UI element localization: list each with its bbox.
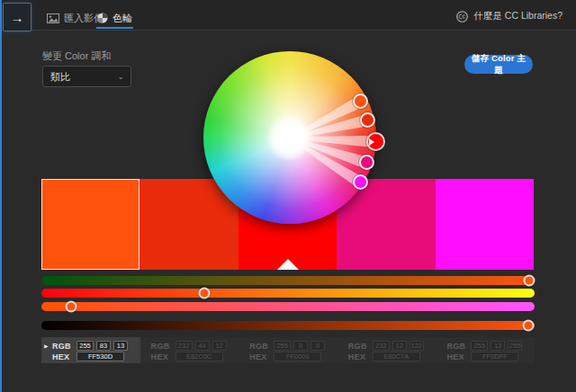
hex-label: HEX — [348, 352, 370, 361]
brightness-slider-handle[interactable] — [523, 320, 535, 332]
color-values-group-3: RGB 255 0 0 HEX FF0000 — [238, 337, 338, 363]
rgb-label: RGB — [348, 342, 370, 351]
color-values-group-4: RGB 232 12 122 HEX E80C7A — [338, 337, 436, 363]
chevron-down-icon: ⌄ — [117, 72, 130, 81]
tab-import-image[interactable]: 匯入影像 — [47, 7, 104, 29]
blue-slider-handle[interactable] — [66, 301, 77, 313]
cc-libraries-help-link[interactable]: 什麼是 CC Libraries? — [456, 8, 562, 24]
red-slider-handle[interactable] — [524, 275, 536, 287]
active-tab-underline — [96, 27, 133, 29]
hex-value-input[interactable]: FF530D — [76, 352, 124, 361]
hex-value-input[interactable]: FF0DFF — [471, 352, 518, 361]
b-value-input[interactable]: 122 — [410, 341, 424, 351]
r-value-input[interactable]: 255 — [274, 341, 291, 351]
image-icon — [47, 13, 59, 23]
back-button[interactable]: → — [3, 3, 32, 31]
wheel-center-highlight — [266, 114, 313, 161]
g-value-input[interactable]: 13 — [490, 341, 505, 351]
color-values-group-5: RGB 255 13 255 HEX FF0DFF — [436, 337, 535, 363]
rgb-label: RGB — [52, 342, 74, 351]
color-values-group-2: RGB 232 44 12 HEX E82C0C — [140, 337, 239, 363]
g-value-input[interactable]: 0 — [293, 341, 308, 351]
hex-label: HEX — [446, 352, 468, 361]
swatch-1[interactable] — [41, 179, 140, 270]
blue-slider[interactable] — [41, 302, 535, 311]
hex-value-input[interactable]: E82C0C — [176, 352, 223, 361]
hex-label: HEX — [249, 352, 271, 361]
wheel-marker-5[interactable] — [353, 174, 368, 190]
g-value-input[interactable]: 12 — [392, 341, 407, 351]
r-value-input[interactable]: 232 — [373, 341, 390, 351]
wheel-marker-1[interactable] — [353, 94, 368, 109]
rgb-label: RGB — [151, 342, 173, 351]
hex-value-input[interactable]: E80C7A — [373, 352, 420, 361]
top-bar: → 匯入影像 色輪 — [0, 0, 576, 31]
b-value-input[interactable]: 13 — [113, 341, 128, 351]
help-label: 什麼是 CC Libraries? — [473, 10, 562, 22]
color-wheel[interactable] — [203, 51, 376, 224]
tab-color-wheel[interactable]: 色輪 — [97, 7, 132, 29]
harmony-rule-dropdown[interactable]: 類比 ⌄ — [42, 66, 131, 87]
r-value-input[interactable]: 255 — [471, 341, 488, 351]
green-slider[interactable] — [41, 289, 535, 298]
wheel-marker-2[interactable] — [360, 112, 375, 128]
color-wheel-icon — [97, 13, 108, 23]
g-value-input[interactable]: 44 — [195, 341, 210, 351]
hex-label: HEX — [151, 352, 173, 361]
swatch-5[interactable] — [436, 179, 534, 270]
hex-value-input[interactable]: FF0000 — [274, 352, 321, 361]
r-value-input[interactable]: 232 — [176, 341, 193, 351]
color-values-panel: ▶ RGB 255 83 13 HEX FF530D RGB 232 44 12… — [41, 337, 535, 363]
r-value-input[interactable]: 255 — [76, 341, 94, 351]
base-marker-notch — [369, 138, 374, 146]
b-value-input[interactable]: 12 — [212, 341, 227, 351]
rgb-label: RGB — [446, 342, 468, 351]
expander-arrow-icon[interactable]: ▶ — [44, 343, 49, 349]
wheel-marker-4[interactable] — [359, 155, 374, 170]
hex-label: HEX — [52, 352, 74, 361]
red-slider[interactable] — [41, 276, 535, 285]
b-value-input[interactable]: 0 — [310, 341, 325, 351]
brightness-slider[interactable] — [41, 321, 535, 330]
harmony-rule-label: 變更 Color 調和 — [42, 49, 111, 63]
harmony-selected-value: 類比 — [43, 70, 117, 84]
adobe-color-app: → 匯入影像 色輪 — [0, 0, 576, 392]
cc-libraries-icon — [456, 11, 468, 22]
save-color-theme-button[interactable]: 儲存 Color 主題 — [464, 55, 533, 74]
color-values-group-1: ▶ RGB 255 83 13 HEX FF530D — [41, 337, 140, 363]
rgb-label: RGB — [249, 342, 271, 351]
b-value-input[interactable]: 255 — [508, 341, 522, 351]
focus-strip — [0, 0, 2, 392]
g-value-input[interactable]: 83 — [96, 341, 111, 351]
arrow-right-icon: → — [11, 10, 24, 25]
wheel-marker-base[interactable] — [366, 132, 385, 151]
green-slider-handle[interactable] — [199, 288, 211, 299]
tab-label: 色輪 — [112, 12, 132, 25]
base-color-pointer — [277, 259, 299, 270]
